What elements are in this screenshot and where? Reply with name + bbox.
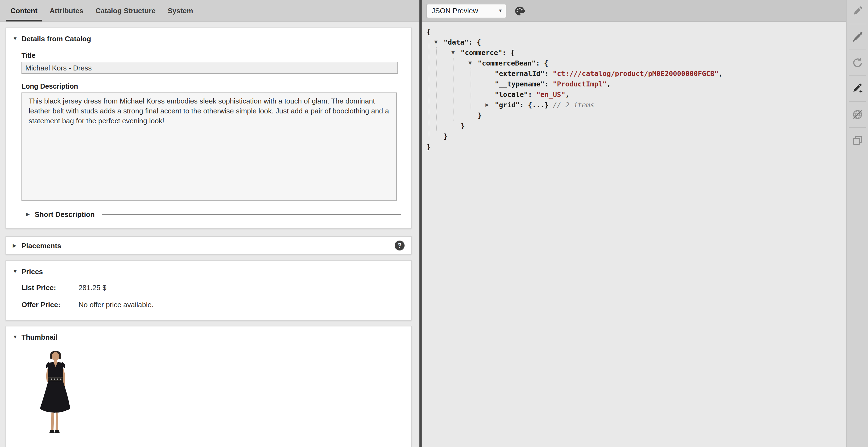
collapse-toggle-icon[interactable]: ▼ (468, 58, 478, 68)
pen-strikethrough-icon (851, 31, 864, 43)
json-punctuation: , (719, 69, 723, 78)
section-title: Thumbnail (22, 333, 58, 341)
json-key: "__typename" (495, 80, 545, 88)
panel-splitter[interactable] (420, 0, 422, 447)
json-punctuation: : {...} (520, 101, 553, 109)
json-punctuation: } (478, 111, 482, 119)
json-line: ▶"grid": {...} // 2 items (422, 100, 846, 110)
layers-button[interactable] (846, 129, 868, 151)
details-from-catalog-header[interactable]: ▼ Details from Catalog (6, 28, 411, 43)
chevron-down-icon: ▼ (13, 269, 22, 274)
expand-toggle-icon[interactable]: ▶ (486, 100, 495, 110)
chevron-right-icon: ▶ (26, 212, 35, 217)
collapse-toggle-icon[interactable]: ▼ (434, 37, 444, 47)
offer-price-label: Offer Price: (22, 301, 76, 309)
thumbnail-image[interactable] (31, 350, 80, 442)
json-line: "externalId": "ct:///catalog/product/pM0… (422, 68, 846, 79)
tab-content[interactable]: Content (4, 0, 43, 22)
thumbnail-header[interactable]: ▼ Thumbnail (6, 326, 411, 341)
short-description-header[interactable]: ▶ Short Description (26, 210, 401, 218)
pen-button[interactable] (846, 0, 868, 22)
json-line: ▼"data": { (422, 37, 846, 47)
divider (102, 214, 401, 215)
json-punctuation: , (607, 80, 611, 88)
palette-icon (514, 5, 525, 16)
title-input[interactable] (22, 62, 398, 74)
json-punctuation: { (427, 28, 431, 36)
rail-separator (849, 127, 866, 128)
list-price-label: List Price: (22, 284, 76, 292)
json-line: } (422, 131, 846, 142)
tab-bar: Content Attributes Catalog Structure Sys… (0, 0, 420, 22)
tree-guide (471, 68, 471, 110)
list-price-value: 281.25 $ (79, 284, 106, 292)
json-line: "__typename": "ProductImpl", (422, 79, 846, 89)
placements-header[interactable]: ▶ Placements (6, 237, 411, 250)
json-string-value: "ProductImpl" (553, 80, 607, 88)
json-punctuation: : (528, 90, 536, 98)
prices-header[interactable]: ▼ Prices (6, 261, 411, 276)
chevron-down-icon: ▼ (498, 8, 502, 13)
json-line: } (422, 121, 846, 131)
tab-system[interactable]: System (161, 0, 199, 22)
section-title: Placements (22, 242, 61, 250)
help-button[interactable]: ? (395, 241, 405, 250)
palette-button[interactable] (514, 5, 525, 16)
section-title: Prices (22, 268, 43, 276)
placements-section: ▶ Placements ? (5, 236, 412, 254)
help-icon: ? (398, 242, 402, 249)
json-punctuation: : { (502, 49, 515, 57)
refresh-button[interactable] (846, 52, 868, 74)
json-line: } (422, 110, 846, 121)
tab-label: Catalog Structure (95, 7, 155, 15)
pen-star-icon (851, 83, 864, 95)
globe-strikethrough-button[interactable] (846, 103, 868, 125)
rail-separator (849, 101, 866, 102)
right-icon-rail (846, 0, 868, 447)
rail-separator (849, 76, 866, 76)
content-editor-panel: Content Attributes Catalog Structure Sys… (0, 0, 420, 447)
tab-attributes[interactable]: Attributes (43, 0, 89, 22)
json-string-value: "ct:///catalog/product/pM0E20000000FGCB" (553, 69, 719, 78)
json-line: "locale": "en_US", (422, 89, 846, 100)
pen-strikethrough-button[interactable] (846, 26, 868, 48)
tab-catalog-structure[interactable]: Catalog Structure (89, 0, 161, 22)
details-from-catalog-section: ▼ Details from Catalog Title Long Descri… (5, 28, 412, 229)
json-line: ▼"commerce": { (422, 47, 846, 58)
studio-window: Content Attributes Catalog Structure Sys… (0, 0, 868, 447)
long-description-label: Long Description (22, 83, 411, 90)
rail-separator (849, 24, 866, 24)
json-punctuation: : (545, 69, 553, 78)
chevron-down-icon: ▼ (13, 335, 22, 340)
json-line: } (422, 142, 846, 152)
json-string-value: "en_US" (536, 90, 565, 98)
chevron-right-icon: ▶ (13, 243, 22, 248)
json-key: "locale" (495, 90, 528, 98)
refresh-icon (851, 57, 864, 69)
pen-star-button[interactable] (846, 78, 868, 100)
rail-separator (849, 50, 866, 50)
layers-icon (851, 134, 864, 146)
json-punctuation: : (545, 80, 553, 88)
thumbnail-section: ▼ Thumbnail (5, 326, 412, 447)
json-key: "data" (444, 38, 468, 46)
json-punctuation: } (427, 143, 431, 151)
offer-price-value: No offer price available. (79, 301, 154, 309)
pen-icon (851, 5, 864, 17)
form-scroll-area: ▼ Details from Catalog Title Long Descri… (0, 22, 420, 447)
collapse-toggle-icon[interactable]: ▼ (451, 47, 461, 58)
json-line: { (422, 26, 846, 37)
long-description-textarea[interactable]: This black jersey dress from Michael Kor… (22, 92, 397, 201)
json-punctuation: : { (468, 38, 481, 46)
tree-guide (454, 58, 454, 121)
short-description-label: Short Description (35, 210, 95, 218)
json-punctuation: , (565, 90, 569, 98)
prices-section: ▼ Prices List Price: 281.25 $ Offer Pric… (5, 260, 412, 320)
preview-mode-label: JSON Preview (432, 7, 498, 15)
tab-label: Attributes (50, 7, 83, 15)
json-comment: // 2 items (553, 101, 594, 109)
json-punctuation: } (461, 122, 465, 130)
list-price-row: List Price: 281.25 $ (22, 284, 411, 292)
preview-mode-select[interactable]: JSON Preview ▼ (427, 4, 506, 18)
tree-guide (436, 47, 437, 131)
